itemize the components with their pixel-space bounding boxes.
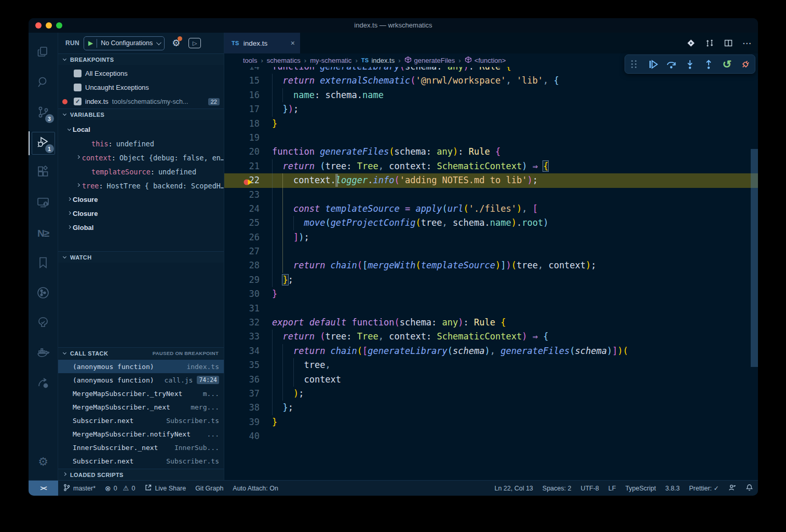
code-line-19[interactable]: 19 (224, 131, 758, 145)
launch-configuration-dropdown[interactable]: ▶ No Configurations (84, 36, 165, 50)
code-line-35[interactable]: 35 tree, (224, 358, 758, 372)
line-number[interactable]: 19 (224, 131, 260, 145)
variable-scope-row[interactable]: Global (58, 221, 224, 235)
call-stack-frame[interactable]: MergeMapSubscriber._tryNextm... (58, 387, 224, 400)
variable-row[interactable]: templateSource:undefined (58, 165, 224, 179)
breadcrumb-item-myschematic[interactable]: my-schematic (310, 57, 351, 64)
code-line-24[interactable]: 24 const templateSource = apply(url('./f… (224, 202, 758, 216)
start-debugging-icon[interactable]: ▶ (88, 39, 93, 47)
status-git-branch[interactable]: master* (58, 481, 100, 496)
code-line-36[interactable]: 36 context (224, 373, 758, 387)
loaded-scripts-section-header[interactable]: LOADED SCRIPTS (58, 469, 224, 480)
step-out-button[interactable] (701, 57, 716, 72)
variable-row[interactable]: context:Object {debug: false, en… (58, 151, 224, 165)
code-line-33[interactable]: 33 return (tree: Tree, context: Schemati… (224, 330, 758, 344)
code-line-18[interactable]: 18} (224, 117, 758, 131)
open-changes-icon[interactable] (686, 38, 696, 48)
status-git-graph[interactable]: Git Graph (191, 481, 228, 496)
variable-scope-row[interactable]: Closure (58, 193, 224, 207)
line-number[interactable]: 26 (224, 230, 260, 244)
code-line-27[interactable]: 27 (224, 244, 758, 258)
activity-item-testing[interactable] (29, 309, 58, 339)
status-feedback[interactable] (724, 481, 741, 496)
disconnect-button[interactable] (738, 57, 753, 72)
line-number[interactable]: 23 (224, 188, 260, 202)
activity-item-remote-explorer[interactable] (29, 188, 58, 219)
compare-changes-icon[interactable] (705, 38, 714, 48)
code-line-28[interactable]: 28 return chain([mergeWith(templateSourc… (224, 258, 758, 272)
breadcrumb-item-generateFiles[interactable]: generateFiles (404, 56, 455, 65)
line-number[interactable]: 18 (224, 117, 260, 131)
breakpoints-section-header[interactable]: BREAKPOINTS (58, 53, 224, 65)
code-line-22[interactable]: 22 context.logger.info('adding NOTES.md … (224, 173, 758, 187)
line-number[interactable]: 31 (224, 302, 260, 316)
line-number[interactable]: 36 (224, 373, 260, 387)
variable-scope-row[interactable]: Local (58, 122, 224, 137)
line-number[interactable]: 27 (224, 244, 260, 258)
activity-item-live-share[interactable] (29, 369, 58, 399)
step-over-button[interactable] (664, 57, 679, 72)
breakpoint-row[interactable]: ✓index.tstools/schematics/my-sch...22 (58, 94, 224, 108)
status-prettier[interactable]: Prettier: ✓ (684, 481, 724, 496)
activity-item-search[interactable] (29, 68, 58, 98)
line-number[interactable]: 40 (224, 429, 260, 443)
line-number[interactable]: 39 (224, 415, 260, 429)
call-stack-frame[interactable]: Subscriber.nextSubscriber.ts (58, 454, 224, 468)
configure-launch-button[interactable]: ⚙ (172, 37, 180, 49)
code-line-29[interactable]: 29 }; (224, 273, 758, 287)
breakpoint-row[interactable]: All Exceptions (58, 66, 224, 80)
line-number[interactable]: 30 (224, 287, 260, 301)
breadcrumb-item-indexts[interactable]: TSindex.ts (361, 57, 395, 64)
code-line-37[interactable]: 37 ); (224, 387, 758, 401)
status-cursor-position[interactable]: Ln 22, Col 13 (490, 481, 537, 496)
status-indentation[interactable]: Spaces: 2 (538, 481, 576, 496)
call-stack-frame[interactable]: Subscriber.nextSubscriber.ts (58, 414, 224, 427)
line-number[interactable]: 17 (224, 102, 260, 116)
line-number[interactable]: 33 (224, 330, 260, 344)
code-line-21[interactable]: 21 return (tree: Tree, context: Schemati… (224, 159, 758, 173)
activity-item-bookmarks[interactable] (29, 249, 58, 279)
line-number[interactable]: 25 (224, 216, 260, 230)
line-number[interactable]: 14 (224, 67, 260, 74)
activity-item-run-and-debug[interactable]: 1 (29, 128, 58, 158)
restart-button[interactable]: ↺ (720, 57, 734, 72)
call-stack-frame[interactable]: InnerSubscriber._nextInnerSub... (58, 441, 224, 454)
code-line-39[interactable]: 39} (224, 415, 758, 429)
code-line-17[interactable]: 17 }); (224, 102, 758, 116)
code-line-40[interactable]: 40 (224, 429, 758, 443)
line-number[interactable]: 29 (224, 273, 260, 287)
line-number[interactable]: 28 (224, 258, 260, 272)
variable-row[interactable]: tree:HostTree {_backend: ScopedH… (58, 179, 224, 193)
status-language[interactable]: TypeScript (620, 481, 660, 496)
activity-item-explorer[interactable] (29, 38, 58, 68)
breakpoint-checkbox[interactable]: ✓ (74, 98, 82, 105)
line-number[interactable]: 21 (224, 159, 260, 173)
status-encoding[interactable]: UTF-8 (576, 481, 603, 496)
call-stack-frame[interactable]: MergeMapSubscriber.notifyNext... (58, 427, 224, 441)
code-line-30[interactable]: 30} (224, 287, 758, 301)
code-line-15[interactable]: 15 return externalSchematic('@nrwl/works… (224, 74, 758, 88)
status-problems[interactable]: ⊗0⚠0 (100, 481, 140, 496)
close-tab-icon[interactable]: × (291, 39, 295, 47)
call-stack-frame[interactable]: (anonymous function)call.js74:24 (58, 373, 224, 387)
debug-console-button[interactable]: ▷ (188, 38, 201, 48)
toolbar-drag-handle[interactable] (627, 57, 642, 72)
code-line-26[interactable]: 26 ]); (224, 230, 758, 244)
call-stack-frame[interactable]: (anonymous function)index.ts (58, 360, 224, 373)
status-live-share[interactable]: Live Share (140, 481, 191, 496)
breakpoint-row[interactable]: Uncaught Exceptions (58, 80, 224, 94)
activity-item-git-graph[interactable] (29, 279, 58, 309)
breakpoint-checkbox[interactable] (74, 84, 82, 91)
code-line-34[interactable]: 34 return chain([generateLibrary(schema)… (224, 344, 758, 358)
line-number[interactable]: 37 (224, 387, 260, 401)
line-number[interactable]: 38 (224, 401, 260, 415)
line-number[interactable]: 34 (224, 344, 260, 358)
activity-item-source-control[interactable]: 3 (29, 98, 58, 128)
breadcrumb-item-function[interactable]: <function> (465, 56, 506, 65)
step-into-button[interactable] (683, 57, 697, 72)
line-number[interactable]: 20 (224, 145, 260, 159)
variables-section-header[interactable]: VARIABLES (58, 108, 224, 120)
variable-row[interactable]: this:undefined (58, 137, 224, 151)
code-line-32[interactable]: 32export default function(schema: any): … (224, 316, 758, 330)
code-line-25[interactable]: 25 move(getProjectConfig(tree, schema.na… (224, 216, 758, 230)
